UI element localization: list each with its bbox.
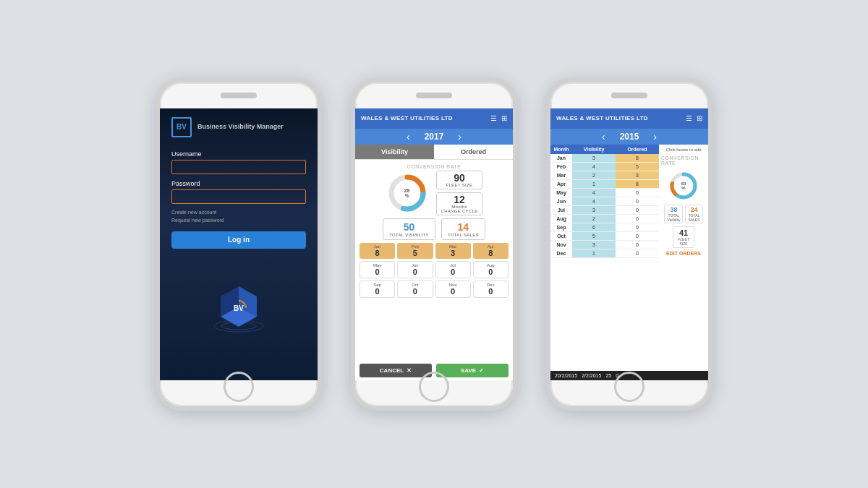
grid-icon-3[interactable]: ⊞ <box>697 114 702 122</box>
cell-month-jul: Jul <box>550 206 572 214</box>
request-password-link[interactable]: Request new password <box>171 216 306 224</box>
edit-orders-btn-3[interactable]: EDIT ORDERS <box>666 251 701 256</box>
cell-vis-jan[interactable]: 3 <box>572 154 616 162</box>
cell-month-jun: Jun <box>550 197 572 205</box>
cell-ord-dec[interactable]: 0 <box>616 249 659 257</box>
cell-vis-apr[interactable]: 1 <box>572 180 616 188</box>
cell-ord-oct[interactable]: 0 <box>616 232 659 240</box>
save-button-2[interactable]: SAVE ✓ <box>436 364 509 377</box>
conversion-label-2: CONVERSION RATE <box>407 164 461 169</box>
login-content: BV Business Visibility Manager Username … <box>160 108 318 380</box>
tab-ordered-2[interactable]: Ordered <box>434 145 513 159</box>
login-button[interactable]: Log in <box>171 231 306 249</box>
cell-vis-feb[interactable]: 4 <box>572 163 616 171</box>
prev-year-2[interactable]: ‹ <box>407 131 410 142</box>
svg-text:BV: BV <box>234 304 244 312</box>
bottom-bar-3: 20/2/2015 2/2/2015 25 0 <box>550 371 708 380</box>
cell-ord-may[interactable]: 0 <box>616 189 659 197</box>
cell-ord-apr[interactable]: 8 <box>616 180 659 188</box>
cell-month-mar: Mar <box>550 171 572 179</box>
bottom-num2-3: 0 <box>616 373 618 378</box>
cell-vis-nov[interactable]: 3 <box>572 241 616 249</box>
month-cell-oct[interactable]: Oct0 <box>397 281 433 298</box>
cell-ord-mar[interactable]: 3 <box>616 171 659 179</box>
cell-vis-may[interactable]: 4 <box>572 189 616 197</box>
month-cell-dec[interactable]: Dec0 <box>473 281 509 298</box>
cell-ord-feb[interactable]: 5 <box>616 163 659 171</box>
menu-icon-3[interactable]: ☰ <box>686 114 692 122</box>
cube-area: BV <box>206 254 271 369</box>
phone-app-table: WALES & WEST UTILITIES LTD ☰ ⊞ ‹ 2015 › … <box>546 78 712 411</box>
cancel-button-2[interactable]: CANCEL ✕ <box>359 364 432 377</box>
month-cell-apr[interactable]: Apr8 <box>473 243 509 259</box>
donut-label-2: 28% <box>404 188 410 198</box>
mini-total-sales-3: 24 TOTAL SALES <box>685 205 702 223</box>
create-account-link[interactable]: Create new account <box>171 208 306 216</box>
login-screen: BV Business Visibility Manager Username … <box>160 108 318 380</box>
fleet-size-label-2: FLEET SIZE <box>441 183 478 187</box>
month-cell-may[interactable]: May0 <box>359 261 395 278</box>
cell-month-sep: Sep <box>550 223 572 231</box>
cell-vis-sep[interactable]: 6 <box>572 223 616 231</box>
table-row-jan: Jan 3 8 <box>550 154 659 163</box>
donut-chart-3: 63% <box>668 170 699 202</box>
table-row-mar: Mar 2 3 <box>550 171 659 180</box>
total-sales-box-2: 14 TOTAL SALES <box>441 218 485 240</box>
month-cell-nov[interactable]: Nov0 <box>435 281 471 298</box>
month-cell-mar[interactable]: Mar3 <box>435 243 471 259</box>
fleet-size-val-2: 90 <box>441 173 478 183</box>
prev-year-3[interactable]: ‹ <box>602 131 605 142</box>
app-screen-2: WALES & WEST UTILITIES LTD ☰ ⊞ ‹ 2017 › … <box>355 108 513 380</box>
app-header-2: WALES & WEST UTILITIES LTD ☰ ⊞ <box>355 108 513 129</box>
donut-chart-2: 28% <box>386 171 429 215</box>
change-cycle-label-2: CHANGE CYCLE <box>441 209 478 213</box>
table-row-may: May 4 0 <box>550 189 659 197</box>
donut-row-2: 28% 90 FLEET SIZE 12 Months CHANGE <box>386 171 483 215</box>
cell-ord-jan[interactable]: 8 <box>616 154 659 162</box>
cell-ord-sep[interactable]: 0 <box>616 223 659 231</box>
cube-svg: BV <box>206 279 271 344</box>
cell-vis-mar[interactable]: 2 <box>572 171 616 179</box>
grid-icon-2[interactable]: ⊞ <box>501 114 507 122</box>
cell-ord-jul[interactable]: 0 <box>616 206 659 214</box>
cell-vis-dec[interactable]: 1 <box>572 249 616 257</box>
col-month-3: Month <box>550 145 572 154</box>
totals-row-2: 50 TOTAL VISIBILITY 14 TOTAL SALES <box>359 218 509 240</box>
password-input[interactable] <box>171 189 306 204</box>
username-input[interactable] <box>171 160 306 174</box>
col-vis-3: Visibility <box>572 145 616 154</box>
table-rows-3: Jan 3 8 Feb 4 5 Mar 2 3 Apr 1 8 May 4 0 … <box>550 154 659 258</box>
app-header-3: WALES & WEST UTILITIES LTD ☰ ⊞ <box>550 108 708 129</box>
table-row-dec: Dec 1 0 <box>550 249 659 258</box>
logo-icon: BV <box>171 117 192 137</box>
tab-visibility-2[interactable]: Visibility <box>355 145 434 159</box>
month-cell-feb[interactable]: Feb5 <box>397 243 433 259</box>
scene: BV Business Visibility Manager Username … <box>0 0 868 488</box>
cell-vis-aug[interactable]: 2 <box>572 215 616 223</box>
bottom-date2-3: 2/2/2015 <box>582 373 601 378</box>
cell-vis-oct[interactable]: 5 <box>572 232 616 240</box>
month-cell-jan[interactable]: Jan8 <box>359 243 395 259</box>
next-year-3[interactable]: › <box>653 131 657 142</box>
month-cell-jun[interactable]: Jun0 <box>397 261 433 278</box>
company-title-3: WALES & WEST UTILITIES LTD <box>556 115 648 121</box>
cell-ord-nov[interactable]: 0 <box>616 241 659 249</box>
month-cell-jul[interactable]: Jul0 <box>435 261 471 278</box>
table-row-apr: Apr 1 8 <box>550 180 659 189</box>
month-cell-aug[interactable]: Aug0 <box>473 261 509 278</box>
total-vis-label-2: TOTAL VISIBILITY <box>389 233 429 237</box>
cell-ord-jun[interactable]: 0 <box>616 197 659 205</box>
cell-ord-aug[interactable]: 0 <box>616 215 659 223</box>
phone-app-input: WALES & WEST UTILITIES LTD ☰ ⊞ ‹ 2017 › … <box>351 78 517 411</box>
next-year-2[interactable]: › <box>458 131 461 142</box>
cell-vis-jun[interactable]: 4 <box>572 197 616 205</box>
month-cell-sep[interactable]: Sep0 <box>359 281 395 298</box>
total-sales-label-2: TOTAL SALES <box>448 233 479 237</box>
cell-vis-jul[interactable]: 3 <box>572 206 616 214</box>
cell-month-oct: Oct <box>550 232 572 240</box>
cell-month-jan: Jan <box>550 154 572 162</box>
months-val-2: 12 <box>441 194 478 205</box>
menu-icon-2[interactable]: ☰ <box>490 114 497 122</box>
mini-totals-3: 38 TOTAL Visibility 24 TOTAL SALES <box>664 205 702 223</box>
action-buttons-2: CANCEL ✕ SAVE ✓ <box>355 361 513 380</box>
